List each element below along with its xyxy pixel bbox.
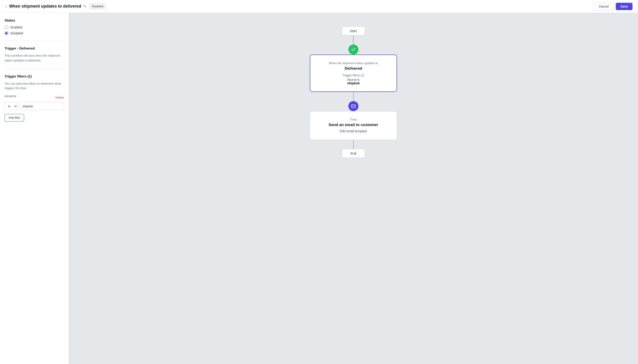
- status-section: Status Enabled Disabled: [5, 18, 64, 41]
- status-badge: Disabled: [89, 4, 106, 9]
- filter-value-input[interactable]: [20, 102, 64, 110]
- connector-line-2: [353, 92, 354, 101]
- connector-line-1: [353, 35, 354, 44]
- filter-operator-select[interactable]: is: [5, 102, 18, 110]
- enabled-radio-label[interactable]: Enabled: [5, 26, 64, 29]
- trigger-icon-circle: [348, 44, 358, 54]
- back-icon[interactable]: ‹: [6, 4, 7, 9]
- svg-rect-0: [352, 104, 355, 108]
- end-node: End: [342, 149, 365, 158]
- trigger-filter-source-value: shipbob: [318, 81, 389, 85]
- connector-line-3: [353, 140, 354, 149]
- disabled-label: Disabled: [11, 32, 23, 35]
- edit-template-link[interactable]: Edit email template: [340, 129, 367, 133]
- add-filter-button[interactable]: Add filter: [5, 114, 24, 122]
- check-icon: [351, 47, 356, 52]
- main-layout: Status Enabled Disabled Trigger - Delive…: [0, 13, 638, 364]
- status-radio-group: Enabled Disabled: [5, 26, 64, 35]
- action-card[interactable]: Then Send an email to customer Edit emai…: [310, 111, 397, 140]
- trigger-section-description: This workflow will start when the shipme…: [5, 54, 64, 63]
- enabled-label: Enabled: [11, 26, 22, 29]
- save-button[interactable]: Save: [616, 3, 632, 10]
- trigger-section-title: Trigger - Delivered: [5, 46, 64, 50]
- action-title: Send an email to customer: [317, 123, 389, 127]
- page-title: When shipment updates to delivered: [9, 4, 81, 9]
- trigger-pre-text: When the shipment status updates to: [318, 62, 389, 65]
- header-left: ‹ When shipment updates to delivered ✎ D…: [6, 4, 106, 9]
- trigger-status: Delivered: [318, 66, 389, 71]
- header-actions: Cancel Save: [594, 2, 632, 10]
- action-pre-text: Then: [317, 118, 389, 121]
- trigger-filters-title: Trigger filters (1): [5, 74, 64, 78]
- flow-container: Start When the shipment status updates t…: [305, 26, 402, 158]
- canvas: Start When the shipment status updates t…: [69, 13, 638, 364]
- status-section-title: Status: [5, 18, 64, 22]
- email-icon: [351, 104, 356, 108]
- trigger-filter-source-label: Source is: [318, 78, 389, 81]
- disabled-radio[interactable]: [5, 32, 8, 35]
- trigger-filters-description: You can add extra filters to determine w…: [5, 81, 64, 91]
- filter-inputs: is: [5, 102, 64, 110]
- action-icon-circle: [348, 101, 358, 111]
- trigger-card[interactable]: When the shipment status updates to Deli…: [310, 54, 397, 92]
- start-node: Start: [342, 26, 365, 35]
- delete-filter-link[interactable]: Delete: [55, 96, 64, 99]
- trigger-filter-title: Trigger filters (1): [318, 74, 389, 77]
- trigger-filters-section: Trigger filters (1) You can add extra fi…: [5, 74, 64, 127]
- cancel-button[interactable]: Cancel: [594, 2, 614, 10]
- disabled-radio-label[interactable]: Disabled: [5, 32, 64, 35]
- source-label: SOURCE: [5, 95, 17, 98]
- header: ‹ When shipment updates to delivered ✎ D…: [0, 0, 638, 13]
- edit-icon[interactable]: ✎: [84, 4, 87, 8]
- filter-row-header: SOURCE Delete: [5, 95, 64, 100]
- enabled-radio[interactable]: [5, 26, 8, 29]
- sidebar: Status Enabled Disabled Trigger - Delive…: [0, 13, 69, 364]
- trigger-section: Trigger - Delivered This workflow will s…: [5, 46, 64, 69]
